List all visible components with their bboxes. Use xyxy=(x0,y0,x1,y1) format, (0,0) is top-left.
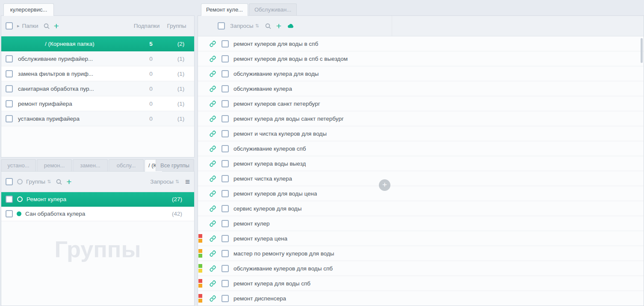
folder-row[interactable]: замена фильтров в пуриф... 0 (1) xyxy=(1,66,194,81)
link-icon[interactable] xyxy=(210,116,216,122)
link-icon[interactable] xyxy=(210,160,216,167)
groups-column-header[interactable]: Группы xyxy=(163,23,190,29)
groups-sort-icon[interactable]: ⇅ xyxy=(47,179,51,184)
group-checkbox[interactable] xyxy=(6,210,13,217)
link-icon[interactable] xyxy=(210,71,216,77)
folder-label: санитарная обработка пур... xyxy=(18,86,94,92)
link-icon[interactable] xyxy=(210,131,216,137)
query-checkbox[interactable] xyxy=(222,295,229,302)
query-row[interactable]: ремонт кулеров для воды цена xyxy=(198,186,644,201)
tab-group-zamena[interactable]: замен... xyxy=(73,159,108,171)
query-checkbox[interactable] xyxy=(222,265,229,272)
group-queries-count: (27) xyxy=(172,196,182,202)
query-text: ремонт кулеров для воды в спб с выездом xyxy=(233,56,348,62)
query-row[interactable]: обслуживание кулеров для воды спб xyxy=(198,261,644,276)
query-checkbox[interactable] xyxy=(222,235,229,242)
folder-row[interactable]: ремонт пурифайера 0 (1) xyxy=(1,96,194,111)
queries-select-all-checkbox[interactable] xyxy=(218,22,225,30)
subfolders-column-header[interactable]: Подпапки xyxy=(130,23,163,29)
tab-group-remont[interactable]: ремон... xyxy=(37,159,72,171)
folder-checkbox[interactable] xyxy=(6,70,13,77)
query-checkbox[interactable] xyxy=(222,40,229,48)
query-checkbox[interactable] xyxy=(222,145,229,152)
cloud-export-icon[interactable] xyxy=(287,23,295,29)
link-icon[interactable] xyxy=(210,250,216,257)
queries-search-icon[interactable] xyxy=(265,23,271,29)
link-icon[interactable] xyxy=(210,86,216,92)
link-icon[interactable] xyxy=(210,56,216,62)
query-row[interactable]: ремонт кулера для воды санкт петербург xyxy=(198,111,644,126)
link-icon[interactable] xyxy=(210,41,216,47)
folders-search-icon[interactable] xyxy=(44,23,50,29)
folder-row[interactable]: установка пурифайера 0 (1) xyxy=(1,111,194,126)
groups-select-all-checkbox[interactable] xyxy=(6,178,13,185)
link-icon[interactable] xyxy=(210,101,216,107)
group-row[interactable]: Сан обработка кулера (42) xyxy=(1,207,194,221)
query-row[interactable]: сервис кулеров для воды xyxy=(198,201,644,216)
query-checkbox[interactable] xyxy=(222,55,229,62)
query-row[interactable]: обслуживание кулера для воды xyxy=(198,66,644,81)
link-icon[interactable] xyxy=(210,295,216,302)
query-row[interactable]: ремонт кулеров санкт петербург xyxy=(198,96,644,111)
add-folder-icon[interactable]: + xyxy=(54,21,59,30)
tab-queries-remont-kulera[interactable]: Ремонт куле... xyxy=(201,3,248,16)
add-query-icon[interactable]: + xyxy=(276,21,281,30)
link-icon[interactable] xyxy=(210,205,216,212)
folder-checkbox[interactable] xyxy=(6,100,13,107)
query-checkbox[interactable] xyxy=(222,85,229,92)
folder-row[interactable]: обслуживание пурифайер... 0 (1) xyxy=(1,51,194,66)
query-row[interactable]: ремонт кулера цена xyxy=(198,231,644,246)
tab-folders-project[interactable]: кулерсервис... xyxy=(3,3,54,16)
chevron-right-icon[interactable]: ▸ xyxy=(17,23,20,29)
query-checkbox[interactable] xyxy=(222,130,229,137)
query-row[interactable]: ремонт кулеров для воды в спб xyxy=(198,36,644,51)
query-row[interactable]: ремонт кулер xyxy=(198,216,644,231)
tab-group-ustanovka[interactable]: устано... xyxy=(1,159,36,171)
floating-add-button[interactable]: + xyxy=(379,179,390,191)
link-icon[interactable] xyxy=(210,220,216,227)
query-row[interactable]: ремонт и чистка кулеров для воды xyxy=(198,126,644,141)
query-checkbox[interactable] xyxy=(222,190,229,197)
link-icon[interactable] xyxy=(210,175,216,182)
query-row[interactable]: ремонт чистка кулера xyxy=(198,171,644,186)
queries-column-header[interactable]: Запросы xyxy=(150,178,173,185)
tab-queries-obsluzhivanie[interactable]: Обслуживан... xyxy=(249,3,297,15)
query-row[interactable]: ремонт кулера для воды спб xyxy=(198,276,644,291)
query-checkbox[interactable] xyxy=(222,115,229,122)
query-row[interactable]: мастер по ремонту кулеров для воды xyxy=(198,246,644,261)
query-checkbox[interactable] xyxy=(222,100,229,107)
query-row[interactable]: ремонт диспенсера xyxy=(198,291,644,306)
folder-checkbox[interactable] xyxy=(6,55,13,62)
tab-all-groups[interactable]: Все группы xyxy=(156,159,194,171)
link-icon[interactable] xyxy=(210,190,216,197)
query-checkbox[interactable] xyxy=(222,175,229,182)
folder-checkbox[interactable] xyxy=(6,85,13,92)
link-icon[interactable] xyxy=(210,235,216,242)
link-icon[interactable] xyxy=(210,146,216,152)
query-checkbox[interactable] xyxy=(222,250,229,257)
folder-row[interactable]: санитарная обработка пур... 0 (1) xyxy=(1,81,194,96)
query-row[interactable]: обслуживание кулеров спб xyxy=(198,141,644,156)
queries-sort-icon[interactable]: ⇅ xyxy=(255,23,259,29)
menu-icon[interactable]: ≡ xyxy=(185,177,190,187)
query-row[interactable]: обслуживание кулера xyxy=(198,81,644,96)
tab-group-obsluzhivanie[interactable]: обслу... xyxy=(109,159,144,171)
folders-select-all-checkbox[interactable] xyxy=(6,22,13,30)
folder-checkbox[interactable] xyxy=(6,115,13,122)
query-checkbox[interactable] xyxy=(222,280,229,287)
query-checkbox[interactable] xyxy=(222,220,229,227)
query-row[interactable]: ремонт кулера воды выезд xyxy=(198,156,644,171)
group-row[interactable]: Ремонт кулера (27) xyxy=(1,192,194,207)
group-checkbox[interactable] xyxy=(6,196,13,203)
groups-search-icon[interactable] xyxy=(56,179,62,185)
link-icon[interactable] xyxy=(210,265,216,272)
add-group-icon[interactable]: + xyxy=(66,177,71,186)
queries-sort-icon[interactable]: ⇅ xyxy=(175,179,179,184)
query-checkbox[interactable] xyxy=(222,160,229,167)
folder-row-root[interactable]: / (Корневая папка) 5 (2) xyxy=(1,36,194,51)
query-checkbox[interactable] xyxy=(222,70,229,77)
vertical-scrollbar[interactable] xyxy=(641,38,643,63)
link-icon[interactable] xyxy=(210,280,216,287)
query-checkbox[interactable] xyxy=(222,205,229,212)
query-row[interactable]: ремонт кулеров для воды в спб с выездом xyxy=(198,51,644,66)
